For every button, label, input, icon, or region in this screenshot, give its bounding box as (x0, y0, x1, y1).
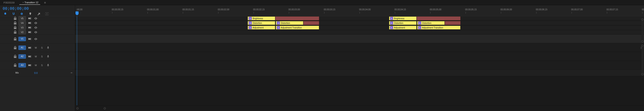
scroll-knob-left[interactable] (76, 107, 78, 110)
lane-v1[interactable] (75, 35, 644, 43)
clip-adjustment-2[interactable]: fxAdjustment (389, 26, 416, 29)
mute-button[interactable]: M (33, 46, 38, 50)
track-header-a3[interactable]: A3 M S (0, 61, 75, 70)
track-output-icon[interactable] (27, 54, 32, 59)
clip-label: Adjustment Transition (422, 26, 443, 29)
mute-button[interactable]: M (33, 54, 38, 59)
h-scrollbar[interactable] (75, 105, 644, 111)
track-output-icon[interactable] (27, 21, 32, 25)
eye-icon[interactable] (33, 25, 38, 30)
snap-icon[interactable] (12, 12, 15, 15)
track-output-icon[interactable] (27, 16, 32, 21)
mic-icon[interactable] (46, 54, 50, 59)
track-label-v1[interactable]: V1 (18, 37, 26, 41)
clip-brightness-2[interactable]: fxBrightness (389, 16, 416, 20)
eye-icon[interactable] (33, 21, 38, 25)
mute-button[interactable]: M (33, 63, 38, 67)
track-header-v4[interactable]: V4 (0, 21, 75, 25)
track-label-v3[interactable]: V3 (18, 25, 26, 30)
playhead-line[interactable] (77, 16, 77, 105)
track-label-a3[interactable]: A3 (18, 63, 26, 67)
timeline-tracks-area[interactable]: fxBrightness fxBrightness fxDistortion f… (75, 16, 644, 105)
clip-label: Brightness (253, 17, 263, 20)
track-output-icon[interactable] (27, 46, 32, 50)
track-output-icon[interactable] (27, 37, 32, 41)
lane-a2[interactable] (75, 52, 644, 61)
track-label-v2[interactable]: V2 (18, 30, 26, 34)
captions-icon[interactable]: cc (45, 12, 49, 15)
track-output-icon[interactable] (27, 63, 32, 67)
track-header-v1[interactable]: V1 (0, 35, 75, 43)
track-label-v4[interactable]: V4 (18, 21, 26, 25)
track-label-v5[interactable]: V5 (18, 16, 26, 21)
clip-distortion-1a[interactable]: fxDistortion (248, 21, 275, 25)
clip-brightness-2b[interactable] (416, 16, 460, 20)
close-icon[interactable]: × (22, 1, 24, 4)
fx-icon: fx (249, 17, 252, 20)
lane-v3[interactable]: fxAdjustment fxAdjustment Transition fxA… (75, 25, 644, 30)
lane-v2[interactable] (75, 30, 644, 35)
solo-button[interactable]: S (40, 46, 44, 50)
scroll-knob-right[interactable] (104, 107, 106, 110)
clip-distortion-2a[interactable]: fxDistortion (389, 21, 416, 25)
solo-button[interactable]: S (40, 63, 44, 67)
lock-icon[interactable] (13, 46, 17, 50)
v-scrollbar-video[interactable] (641, 18, 644, 42)
track-output-icon[interactable] (27, 30, 32, 34)
lock-icon[interactable] (13, 16, 17, 20)
clip-adjustment-trans-2[interactable]: fxAdjustment Transition (417, 26, 460, 29)
v-scrollbar-audio[interactable] (641, 45, 644, 75)
expand-icon[interactable]: ⇥ (70, 71, 72, 74)
tab-menu-icon[interactable]: ≡ (44, 1, 46, 4)
svg-rect-4 (28, 27, 30, 28)
lane-a1[interactable]: ⫸ (75, 43, 644, 52)
clip-distortion-1b[interactable]: fxDistortion (276, 21, 303, 25)
linked-selection-icon[interactable] (20, 12, 24, 15)
lane-mix[interactable] (75, 70, 644, 76)
clip-distortion-1c[interactable] (303, 21, 319, 25)
eye-icon[interactable] (33, 37, 38, 41)
track-label-a1[interactable]: A1 (18, 46, 26, 50)
nest-icon[interactable] (4, 12, 7, 15)
track-header-v5[interactable]: V5 (0, 16, 75, 21)
clip-distortion-2b[interactable]: fxDistortion (417, 21, 445, 25)
track-output-icon[interactable] (27, 25, 32, 30)
mic-icon[interactable] (46, 63, 50, 67)
markers-icon[interactable] (28, 12, 32, 15)
settings-icon[interactable] (37, 12, 40, 15)
clip-brightness-1b[interactable] (275, 16, 319, 20)
clip-adjustment-trans-1[interactable]: fxAdjustment Transition (276, 26, 319, 29)
tab-inactive[interactable]: P3020159 (2, 1, 16, 4)
lane-a3[interactable] (75, 61, 644, 70)
solo-button[interactable]: S (40, 54, 44, 59)
track-header-v2[interactable]: V2 (0, 30, 75, 35)
lane-v5[interactable]: fxBrightness fxBrightness (75, 16, 644, 21)
track-label-a2[interactable]: A2 (18, 54, 26, 59)
lock-icon[interactable] (13, 26, 17, 29)
clip-adjustment-1[interactable]: fxAdjustment (248, 26, 275, 29)
svg-rect-2 (28, 18, 30, 19)
lock-icon[interactable] (13, 30, 17, 34)
mix-value[interactable]: 0.0 (34, 72, 38, 74)
track-header-v3[interactable]: V3 (0, 25, 75, 30)
scroll-knob[interactable] (641, 45, 644, 47)
eye-icon[interactable] (33, 16, 38, 21)
tab-active[interactable]: × Transition 12 (19, 0, 40, 5)
playhead-timecode[interactable]: 00;00;00;00 (3, 6, 75, 11)
mic-icon[interactable] (46, 46, 50, 50)
lock-icon[interactable] (13, 63, 17, 67)
lane-v4[interactable]: fxDistortion fxDistortion fxDistortion f… (75, 21, 644, 25)
track-header-mix[interactable]: Mix 0.0 ⇥ (0, 70, 75, 76)
eye-icon[interactable] (33, 30, 38, 34)
time-ruler[interactable]: ;00;0000;00;00;1500;00;01;0000;00;01;150… (75, 5, 644, 16)
clip-distortion-2c[interactable] (445, 21, 460, 25)
lock-icon[interactable] (13, 55, 17, 58)
track-header-a2[interactable]: A2 M S (0, 52, 75, 61)
scroll-knob[interactable] (641, 73, 644, 75)
clip-brightness-1[interactable]: fxBrightness (248, 16, 275, 20)
lock-icon[interactable] (13, 21, 17, 25)
lock-icon[interactable] (13, 37, 17, 41)
track-header-a1[interactable]: A1 M S (0, 43, 75, 52)
scroll-knob[interactable] (641, 18, 644, 21)
scroll-knob[interactable] (641, 40, 644, 42)
